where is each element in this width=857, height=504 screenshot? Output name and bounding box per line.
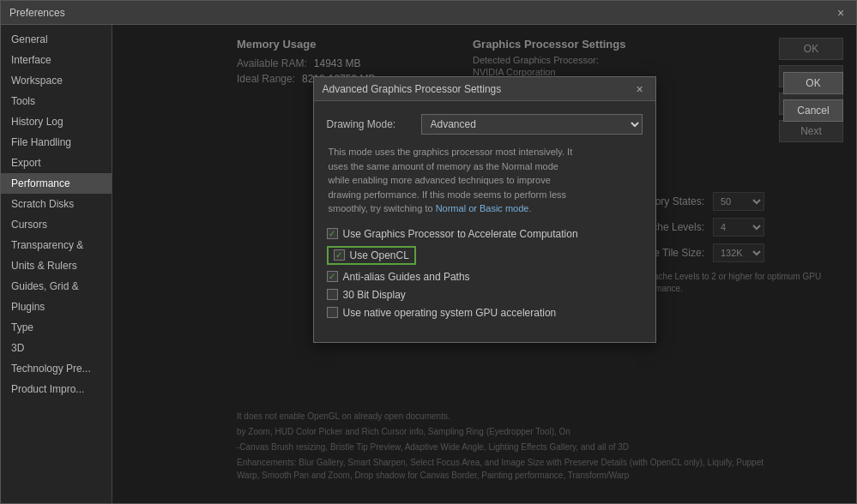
checkbox1-row: Use Graphics Processor to Accelerate Com… xyxy=(327,228,643,240)
sidebar-item-interface[interactable]: Interface xyxy=(1,50,112,70)
dialog-checkboxes: Use Graphics Processor to Accelerate Com… xyxy=(327,228,643,319)
sidebar-item-history-log[interactable]: History Log xyxy=(1,111,112,132)
dialog-ok-button[interactable]: OK xyxy=(783,72,843,94)
sidebar-item--d[interactable]: 3D xyxy=(1,338,112,358)
checkbox4-row: 30 Bit Display xyxy=(327,289,643,301)
checkbox1[interactable] xyxy=(327,228,338,239)
checkbox2[interactable] xyxy=(334,249,345,261)
sidebar-item-units---rulers[interactable]: Units & Rulers xyxy=(1,255,112,276)
drawing-mode-label: Drawing Mode: xyxy=(327,118,413,130)
dialog-desc-highlight: Normal or Basic mode xyxy=(436,203,529,213)
sidebar-item-cursors[interactable]: Cursors xyxy=(1,214,112,235)
drawing-mode-row: Drawing Mode: Advanced Normal Basic xyxy=(327,114,643,135)
sidebar-item-plugins[interactable]: Plugins xyxy=(1,297,112,317)
dialog-close-button[interactable]: × xyxy=(633,82,647,96)
sidebar-item-product-impro---[interactable]: Product Impro... xyxy=(1,379,112,399)
checkbox3-row: Anti-alias Guides and Paths xyxy=(327,271,643,283)
checkbox1-label: Use Graphics Processor to Accelerate Com… xyxy=(343,228,578,240)
dialog-description: This mode uses the graphics processor mo… xyxy=(327,145,576,216)
dialog-inline-buttons: OK Cancel xyxy=(783,72,843,122)
dialog-body: Drawing Mode: Advanced Normal Basic OK C… xyxy=(314,101,655,342)
sidebar-item-tools[interactable]: Tools xyxy=(1,91,112,111)
sidebar: GeneralInterfaceWorkspaceToolsHistory Lo… xyxy=(1,25,112,503)
checkbox4-label: 30 Bit Display xyxy=(343,289,406,301)
sidebar-item-general[interactable]: General xyxy=(1,29,112,50)
preferences-window: Preferences × GeneralInterfaceWorkspaceT… xyxy=(0,0,857,504)
checkbox5[interactable] xyxy=(327,307,338,318)
sidebar-item-export[interactable]: Export xyxy=(1,153,112,173)
checkbox5-row: Use native operating system GPU accelera… xyxy=(327,307,643,319)
title-bar: Preferences × xyxy=(1,1,856,25)
advanced-gpu-dialog: Advanced Graphics Processor Settings × D… xyxy=(313,76,656,343)
window-close-button[interactable]: × xyxy=(834,6,848,20)
drawing-mode-select[interactable]: Advanced Normal Basic xyxy=(421,114,643,135)
sidebar-item-technology-pre---[interactable]: Technology Pre... xyxy=(1,358,112,379)
sidebar-item-workspace[interactable]: Workspace xyxy=(1,70,112,91)
checkbox2-row: Use OpenCL xyxy=(327,246,416,265)
dialog-cancel-button[interactable]: Cancel xyxy=(783,99,843,122)
window-title: Preferences xyxy=(9,7,65,19)
sidebar-item-scratch-disks[interactable]: Scratch Disks xyxy=(1,194,112,214)
checkbox4[interactable] xyxy=(327,289,338,300)
checkbox5-label: Use native operating system GPU accelera… xyxy=(343,307,557,319)
dialog-overlay: Advanced Graphics Processor Settings × D… xyxy=(112,25,856,503)
sidebar-item-file-handling[interactable]: File Handling xyxy=(1,132,112,153)
checkbox3-label: Anti-alias Guides and Paths xyxy=(343,271,470,283)
checkbox2-label: Use OpenCL xyxy=(350,249,409,261)
dialog-title-bar: Advanced Graphics Processor Settings × xyxy=(314,77,655,101)
sidebar-item-performance[interactable]: Performance xyxy=(1,173,112,194)
preferences-body: GeneralInterfaceWorkspaceToolsHistory Lo… xyxy=(1,25,856,503)
checkbox3[interactable] xyxy=(327,271,338,282)
sidebar-item-transparency--[interactable]: Transparency & xyxy=(1,235,112,255)
sidebar-item-type[interactable]: Type xyxy=(1,317,112,338)
main-content: Memory Usage Available RAM: 14943 MB Ide… xyxy=(112,25,856,503)
sidebar-item-guides--grid--[interactable]: Guides, Grid & xyxy=(1,276,112,297)
dialog-title: Advanced Graphics Processor Settings xyxy=(323,83,502,95)
